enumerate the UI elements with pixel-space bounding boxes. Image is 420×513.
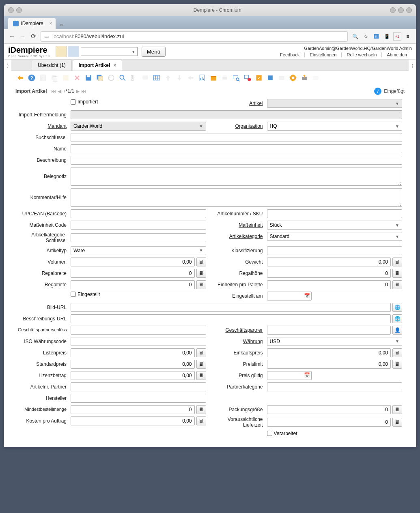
toolbar-print-icon[interactable] [220, 73, 230, 83]
artikel-select[interactable]: ▼ [267, 99, 403, 108]
globe-icon[interactable]: 🌐 [392, 314, 402, 323]
regalbreite-input[interactable] [71, 269, 195, 278]
calculator-icon[interactable]: 🖩 [392, 258, 402, 266]
artikeltyp-select[interactable]: Ware▼ [71, 246, 206, 255]
sidebar-expand-left[interactable]: ⟩ [4, 60, 11, 447]
pager-prev-icon[interactable]: ◀ [58, 88, 61, 94]
einkaufspreis-input[interactable] [267, 348, 391, 357]
tab-import-artikel[interactable]: Import Artikel× [73, 60, 123, 71]
artikelkategorie-select[interactable]: Standard▼ [267, 232, 403, 241]
link-role[interactable]: Rolle wechseln [342, 52, 382, 57]
calendar-icon[interactable]: 📅 [304, 372, 310, 378]
toolbar-new-icon[interactable] [38, 73, 48, 83]
verarbeitet-checkbox[interactable]: Verarbeitet [267, 431, 297, 436]
toolbar-copy-icon[interactable] [49, 73, 60, 83]
bild-url-input[interactable] [71, 303, 391, 312]
lieferzeit-input[interactable] [267, 418, 391, 427]
eingestellt-checkbox[interactable]: Eingestellt [71, 292, 100, 297]
calculator-icon[interactable]: 🖩 [196, 371, 206, 380]
toolbar-report-icon[interactable] [197, 73, 207, 83]
calculator-icon[interactable]: 🖩 [196, 360, 206, 369]
artikel-label[interactable]: Artikel [214, 101, 267, 106]
toolbar-edit-icon[interactable] [60, 73, 71, 83]
browser-menu-icon[interactable]: ≡ [404, 32, 412, 41]
calculator-icon[interactable]: 🖩 [392, 348, 402, 357]
new-tab-button[interactable]: ▱ [58, 20, 65, 29]
reload-button[interactable]: ⟳ [29, 32, 37, 41]
packungsgroesse-input[interactable] [267, 405, 391, 414]
sku-input[interactable] [267, 209, 403, 218]
iso-waehrung-input[interactable] [71, 337, 206, 346]
klassifizierung-input[interactable] [267, 246, 403, 255]
calculator-icon[interactable]: 🖩 [392, 360, 402, 369]
regalhoehe-input[interactable] [267, 269, 391, 278]
toolbar-delete-icon[interactable] [72, 73, 82, 83]
lizenzbetrag-input[interactable] [71, 371, 195, 380]
toolbar-more-icon[interactable] [310, 73, 321, 83]
volumen-input[interactable] [71, 258, 195, 266]
gplus-icon[interactable]: +1 [393, 32, 401, 41]
masseinheit-label[interactable]: Maßeinheit [214, 222, 267, 228]
kommentar-input[interactable] [71, 188, 402, 207]
toolbar-grid-icon[interactable] [151, 73, 162, 83]
link-feedback[interactable]: Feedback [275, 52, 305, 57]
artikelnr-partner-input[interactable] [71, 382, 206, 391]
partner-icon[interactable]: 👤 [392, 326, 402, 335]
organisation-select[interactable]: HQ▼ [267, 122, 403, 131]
gewicht-input[interactable] [267, 258, 391, 266]
calendar-icon[interactable]: 📅 [304, 293, 310, 298]
link-settings[interactable]: Einstellungen [305, 52, 342, 57]
organisation-label[interactable]: Organisation [214, 123, 267, 129]
toolbar-attach-icon[interactable] [129, 73, 139, 83]
name-input[interactable] [71, 144, 402, 153]
gp-label[interactable]: Geschäftspartner [214, 327, 267, 333]
tab-close-icon[interactable]: × [113, 62, 116, 68]
toolbar-save-icon[interactable] [83, 73, 94, 83]
header-search[interactable]: ▼ [81, 47, 138, 56]
listenpreis-input[interactable] [71, 348, 195, 357]
calculator-icon[interactable]: 🖩 [392, 405, 402, 414]
extension-icon-1[interactable]: 📱 [383, 32, 391, 41]
toolbar-prev-parent-icon[interactable] [163, 73, 173, 83]
mandant-label[interactable]: Mandant [18, 123, 71, 129]
window-maximize-button[interactable] [398, 7, 404, 13]
toolbar-export-icon[interactable] [276, 73, 287, 83]
mindestbestellmenge-input[interactable] [71, 405, 195, 414]
toolbar-import-icon[interactable] [299, 73, 310, 83]
suchschluessel-input[interactable] [71, 133, 402, 142]
menu-button[interactable]: Menü [142, 47, 166, 57]
toolbar-process-icon[interactable] [288, 73, 298, 83]
link-logout[interactable]: Abmelden [382, 52, 412, 57]
calculator-icon[interactable]: 🖩 [196, 416, 206, 425]
masseinheit-code-input[interactable] [71, 221, 206, 230]
header-new-icon[interactable] [56, 46, 67, 57]
toolbar-save-new-icon[interactable] [95, 73, 105, 83]
browser-tab-active[interactable]: iDempiere × [8, 18, 56, 29]
beschreibungs-url-input[interactable] [71, 314, 391, 323]
beschreibung-input[interactable] [71, 156, 402, 165]
pager-last-icon[interactable]: ⏭ [81, 88, 86, 94]
zoom-icon[interactable]: 🔍 [351, 32, 359, 41]
toolbar-active-wf-icon[interactable] [242, 73, 253, 83]
gp-schluessel-input[interactable] [71, 326, 206, 335]
calculator-icon[interactable]: 🖩 [196, 269, 206, 278]
tab-overview[interactable]: Übersicht (1) [32, 60, 72, 71]
window-minimize-button[interactable] [390, 7, 396, 13]
regaltiefe-input[interactable] [71, 280, 195, 289]
globe-icon[interactable]: 🌐 [392, 303, 402, 312]
toolbar-product-icon[interactable] [265, 73, 276, 83]
toolbar-refresh-icon[interactable] [106, 73, 116, 83]
calculator-icon[interactable]: 🖩 [392, 418, 402, 427]
back-button[interactable]: ← [8, 32, 16, 41]
kosten-auftrag-input[interactable] [71, 416, 195, 425]
pager-next-icon[interactable]: ▶ [76, 88, 80, 94]
belegnotiz-input[interactable] [71, 167, 402, 186]
mandant-select[interactable]: GardenWorld▼ [71, 122, 206, 131]
translate-icon[interactable]: 🅰 [372, 32, 380, 41]
calculator-icon[interactable]: 🖩 [196, 280, 206, 289]
forward-button[interactable]: → [19, 32, 27, 41]
toolbar-help-icon[interactable]: ? [26, 73, 37, 83]
waehrung-select[interactable]: USD▼ [267, 337, 403, 346]
url-input[interactable]: ▭ localhost:8080/webui/index.zul [41, 31, 348, 42]
tab-close-icon[interactable]: × [50, 21, 52, 26]
